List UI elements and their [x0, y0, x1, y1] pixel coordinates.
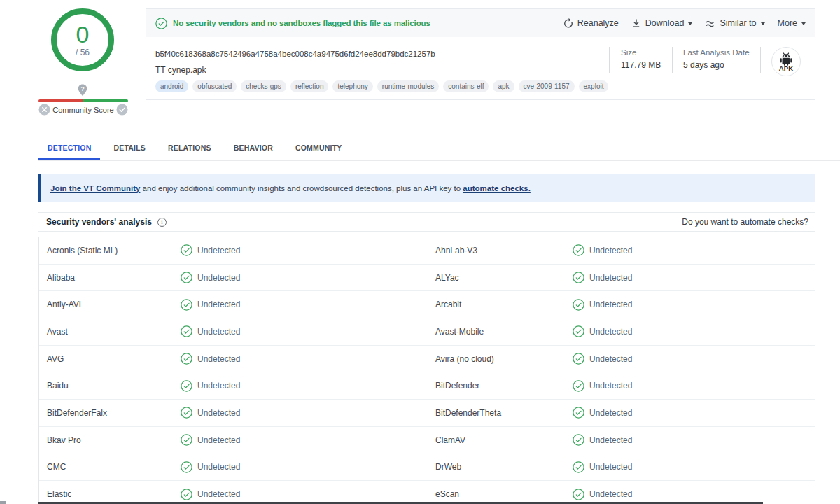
reanalyze-icon: [564, 18, 573, 28]
vendor-name: ClamAV: [435, 435, 573, 445]
detection-score-circle: 0 / 56: [51, 8, 114, 71]
community-score-label: Community Score: [52, 106, 113, 114]
tag-cve-2009-1157[interactable]: cve-2009-1157: [519, 80, 575, 92]
file-name: TT cynep.apk: [155, 65, 206, 75]
vendor-status: Undetected: [573, 272, 815, 284]
vendor-status: Undetected: [181, 299, 435, 311]
vendor-row: ElasticUndetectedeScanUndetected: [39, 481, 815, 504]
svg-text:?: ?: [80, 85, 84, 92]
undetected-check-icon: [573, 461, 584, 473]
tag-contains-elf[interactable]: contains-elf: [443, 80, 489, 92]
vendor-status: Undetected: [181, 353, 435, 365]
automate-checks-prompt[interactable]: Do you want to automate checks?: [682, 217, 808, 227]
vendor-status: Undetected: [181, 272, 435, 284]
vendor-status: Undetected: [573, 434, 815, 446]
analysis-title: Security vendors' analysis: [46, 217, 152, 227]
vendor-name: Avast-Mobile: [435, 327, 573, 337]
tab-behavior[interactable]: BEHAVIOR: [225, 137, 282, 160]
community-score-row: Community Score: [38, 104, 128, 115]
vendor-status: Undetected: [181, 461, 435, 473]
tag-reflection[interactable]: reflection: [290, 80, 329, 92]
undetected-check-icon: [181, 461, 192, 473]
vendor-name: BitDefenderFalx: [39, 408, 181, 418]
undetected-check-icon: [181, 299, 192, 311]
vendor-name: AVG: [39, 354, 181, 364]
similar-to-caret-icon: [761, 22, 765, 25]
vendor-status: Undetected: [573, 380, 815, 392]
tab-community[interactable]: COMMUNITY: [286, 137, 351, 160]
undetected-check-icon: [573, 353, 584, 365]
more-button[interactable]: More: [778, 18, 806, 28]
vendor-status: Undetected: [181, 407, 435, 419]
undetected-check-icon: [573, 407, 584, 419]
download-icon: [631, 18, 641, 28]
vendor-name: Alibaba: [39, 273, 181, 283]
undetected-check-icon: [181, 489, 192, 500]
join-vt-community-link[interactable]: Join the VT Community: [50, 184, 140, 192]
file-type-badge: APK: [771, 47, 801, 76]
vendor-row: Bkav ProUndetectedClamAVUndetected: [39, 427, 815, 454]
tag-exploit[interactable]: exploit: [579, 80, 609, 92]
cta-text: and enjoy additional community insights …: [140, 184, 463, 192]
undetected-check-icon: [181, 380, 192, 392]
vendor-name: AhnLab-V3: [435, 246, 573, 255]
tag-apk[interactable]: apk: [493, 80, 514, 92]
vendor-status: Undetected: [573, 244, 815, 256]
vendor-name: Avira (no cloud): [435, 354, 573, 364]
automate-checks-link[interactable]: automate checks.: [463, 184, 531, 192]
file-sha256: b5f40c618368a8c7542496a4758a4bec008c4a94…: [155, 50, 435, 58]
verdict-banner: No security vendors and no sandboxes fla…: [146, 9, 815, 37]
file-type-label: APK: [779, 64, 794, 72]
vendor-status: Undetected: [181, 380, 435, 392]
file-tags: androidobfuscatedchecks-gpsreflectiontel…: [155, 80, 608, 92]
tab-details[interactable]: DETAILS: [104, 137, 155, 160]
last-analysis-date: Last Analysis Date 5 days ago: [683, 48, 750, 70]
vendor-name: eScan: [435, 489, 573, 499]
community-score-bar-positive: [83, 99, 128, 102]
tag-android[interactable]: android: [155, 80, 188, 92]
download-caret-icon: [688, 22, 692, 25]
tag-runtime-modules[interactable]: runtime-modules: [377, 80, 439, 92]
undetected-check-icon: [181, 272, 192, 284]
vendor-status: Undetected: [573, 407, 815, 419]
similar-to-button[interactable]: Similar to: [705, 18, 764, 28]
reanalyze-button[interactable]: Reanalyze: [564, 18, 619, 28]
file-size: Size 117.79 MB: [621, 48, 661, 70]
vendor-status: Undetected: [181, 326, 435, 337]
vendor-name: DrWeb: [435, 462, 573, 472]
negative-votes-icon: [38, 104, 50, 115]
file-summary-card: No security vendors and no sandboxes fla…: [146, 8, 816, 100]
vendor-row: AVGUndetectedAvira (no cloud)Undetected: [39, 346, 815, 373]
vendor-name: Arcabit: [435, 300, 573, 309]
vendor-status: Undetected: [573, 299, 815, 311]
download-button[interactable]: Download: [631, 18, 693, 28]
header-actions: Reanalyze Download Similar to: [564, 18, 806, 28]
tag-obfuscated[interactable]: obfuscated: [192, 80, 237, 92]
undetected-check-icon: [573, 326, 584, 337]
undetected-check-icon: [573, 380, 584, 392]
meta-divider: [760, 47, 761, 74]
verdict-message-wrap: No security vendors and no sandboxes fla…: [155, 18, 430, 29]
vendor-name: Bkav Pro: [39, 435, 181, 445]
vendor-name: BitDefenderTheta: [435, 408, 573, 418]
meta-divider: [672, 47, 673, 74]
vendor-name: Antiy-AVL: [39, 300, 181, 309]
tab-detection[interactable]: DETECTION: [38, 137, 100, 160]
vendor-name: Elastic: [39, 489, 181, 499]
info-icon[interactable]: i: [158, 218, 167, 227]
verdict-message: No security vendors and no sandboxes fla…: [173, 19, 430, 27]
undetected-check-icon: [573, 244, 584, 256]
tag-checks-gps[interactable]: checks-gps: [241, 80, 286, 92]
vendor-status: Undetected: [181, 489, 435, 500]
community-cta-banner: Join the VT Community and enjoy addition…: [38, 174, 816, 202]
tab-relations[interactable]: RELATIONS: [159, 137, 220, 160]
undetected-check-icon: [181, 244, 192, 256]
tag-telephony[interactable]: telephony: [332, 80, 372, 92]
similar-to-icon: [705, 19, 715, 28]
vendor-status: Undetected: [573, 489, 815, 500]
vendor-status: Undetected: [573, 353, 815, 365]
undetected-check-icon: [181, 407, 192, 419]
vendors-table: Acronis (Static ML)UndetectedAhnLab-V3Un…: [38, 237, 816, 504]
vendor-name: CMC: [39, 462, 181, 472]
more-caret-icon: [802, 22, 806, 25]
